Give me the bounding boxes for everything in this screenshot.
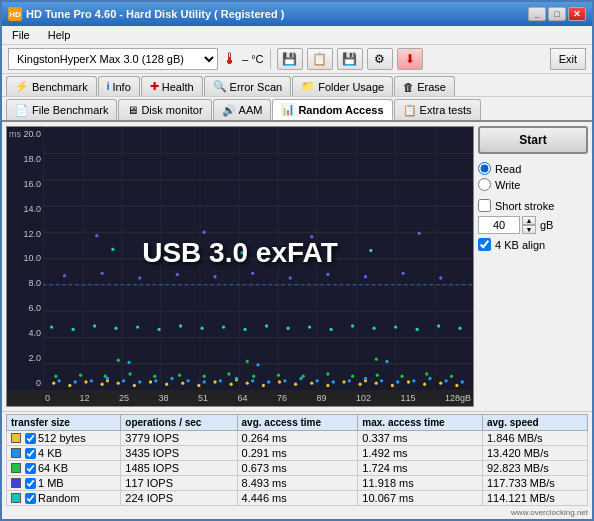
- row-checkbox-4[interactable]: [25, 493, 36, 504]
- toolbar-btn-3[interactable]: 💾: [337, 48, 363, 70]
- short-stroke-text: Short stroke: [495, 200, 554, 212]
- read-label: Read: [495, 163, 521, 175]
- tab-erase[interactable]: 🗑 Erase: [394, 76, 455, 96]
- svg-point-94: [251, 272, 254, 275]
- row-label-4: Random: [11, 492, 116, 504]
- svg-point-118: [351, 324, 354, 327]
- y-label-16: 16.0: [9, 179, 41, 189]
- svg-point-58: [348, 379, 351, 382]
- tab-file-benchmark[interactable]: 📄 File Benchmark: [6, 99, 117, 120]
- tab-health[interactable]: ✚ Health: [141, 76, 203, 96]
- spin-down-button[interactable]: ▼: [522, 225, 536, 234]
- menu-help[interactable]: Help: [44, 28, 75, 42]
- cell-max-1: 1.492 ms: [358, 446, 483, 461]
- col-transfer-size: transfer size: [7, 415, 121, 431]
- svg-point-108: [136, 325, 139, 328]
- tab-benchmark[interactable]: ⚡ Benchmark: [6, 76, 97, 96]
- write-radio[interactable]: [478, 178, 491, 191]
- file-icon: 📄: [15, 104, 29, 117]
- options-group: Short stroke ▲ ▼ gB 4 KB align: [478, 199, 588, 251]
- toolbar-btn-2[interactable]: 📋: [307, 48, 333, 70]
- svg-point-71: [104, 375, 107, 378]
- svg-point-82: [376, 373, 379, 376]
- svg-point-66: [127, 361, 130, 364]
- svg-point-109: [157, 328, 160, 331]
- kb-align-label[interactable]: 4 KB align: [478, 238, 588, 251]
- write-radio-label[interactable]: Write: [478, 178, 588, 191]
- close-button[interactable]: ✕: [568, 7, 586, 21]
- svg-point-96: [326, 273, 329, 276]
- svg-point-28: [326, 384, 329, 387]
- tab-aam[interactable]: 🔊 AAM: [213, 99, 272, 120]
- menu-file[interactable]: File: [8, 28, 34, 42]
- tabs-row-2: 📄 File Benchmark 🖥 Disk monitor 🔊 AAM 📊 …: [2, 97, 592, 120]
- svg-point-36: [455, 384, 458, 387]
- toolbar-btn-1[interactable]: 💾: [277, 48, 303, 70]
- tab-folder-usage[interactable]: 📁 Folder Usage: [292, 76, 393, 96]
- read-radio-label[interactable]: Read: [478, 162, 588, 175]
- menu-bar: File Help: [2, 26, 592, 45]
- row-checkbox-2[interactable]: [25, 463, 36, 474]
- svg-point-53: [267, 380, 270, 383]
- read-radio[interactable]: [478, 162, 491, 175]
- logo-text: www.overclocking.net: [6, 508, 588, 517]
- tab-extra-tests[interactable]: 📋 Extra tests: [394, 99, 481, 120]
- svg-point-113: [243, 328, 246, 331]
- svg-point-69: [54, 375, 57, 378]
- svg-point-62: [412, 379, 415, 382]
- write-label: Write: [495, 179, 520, 191]
- svg-point-114: [265, 324, 268, 327]
- app-icon: HD: [8, 7, 22, 21]
- gb-input[interactable]: [478, 216, 520, 234]
- svg-point-81: [351, 375, 354, 378]
- tab-random-access[interactable]: 📊 Random Access: [272, 99, 392, 120]
- short-stroke-label[interactable]: Short stroke: [478, 199, 588, 212]
- svg-point-21: [213, 380, 216, 383]
- svg-point-11: [52, 381, 55, 384]
- svg-point-121: [415, 328, 418, 331]
- short-stroke-checkbox[interactable]: [478, 199, 491, 212]
- info-tab-icon: i: [107, 81, 110, 92]
- cell-avg-3: 8.493 ms: [237, 476, 358, 491]
- svg-point-63: [428, 377, 431, 380]
- svg-point-117: [329, 328, 332, 331]
- cell-avg-2: 0.673 ms: [237, 461, 358, 476]
- chart-area: ms 20.0 18.0 16.0 14.0 12.0 10.0 8.0 6.0…: [6, 126, 474, 407]
- drive-select[interactable]: KingstonHyperX Max 3.0 (128 gB): [8, 48, 218, 70]
- y-label-18: 18.0: [9, 154, 41, 164]
- tab-error-scan[interactable]: 🔍 Error Scan: [204, 76, 292, 96]
- svg-point-100: [95, 234, 98, 237]
- y-axis: 20.0 18.0 16.0 14.0 12.0 10.0 8.0 6.0 4.…: [7, 127, 43, 390]
- svg-point-122: [437, 324, 440, 327]
- kb-align-checkbox[interactable]: [478, 238, 491, 251]
- row-checkbox-3[interactable]: [25, 478, 36, 489]
- start-button[interactable]: Start: [478, 126, 588, 154]
- x-label-115: 115: [400, 393, 415, 403]
- svg-point-13: [84, 380, 87, 383]
- cell-max-0: 0.337 ms: [358, 431, 483, 446]
- x-axis: 0 12 25 38 51 64 76 89 102 115 128gB: [7, 390, 473, 406]
- row-checkbox-1[interactable]: [25, 448, 36, 459]
- minimize-button[interactable]: _: [528, 7, 546, 21]
- maximize-button[interactable]: □: [548, 7, 566, 21]
- cell-label-0: 512 bytes: [7, 431, 121, 446]
- svg-point-17: [149, 380, 152, 383]
- svg-point-70: [79, 373, 82, 376]
- toolbar-btn-4[interactable]: ⚙: [367, 48, 393, 70]
- x-label-51: 51: [198, 393, 208, 403]
- right-panel: Start Read Write Short stroke: [478, 126, 588, 407]
- svg-point-91: [138, 276, 141, 279]
- extra-icon: 📋: [403, 104, 417, 117]
- tab-disk-monitor[interactable]: 🖥 Disk monitor: [118, 99, 211, 120]
- toolbar-btn-5[interactable]: ⬇: [397, 48, 423, 70]
- table-row: 4 KB 3435 IOPS 0.291 ms 1.492 ms 13.420 …: [7, 446, 588, 461]
- svg-point-106: [93, 324, 96, 327]
- svg-point-110: [179, 324, 182, 327]
- svg-point-68: [385, 360, 388, 363]
- table-row: 64 KB 1485 IOPS 0.673 ms 1.724 ms 92.823…: [7, 461, 588, 476]
- row-checkbox-0[interactable]: [25, 433, 36, 444]
- svg-point-41: [74, 380, 77, 383]
- tab-info[interactable]: i Info: [98, 76, 140, 96]
- spin-up-button[interactable]: ▲: [522, 216, 536, 225]
- exit-button[interactable]: Exit: [550, 48, 586, 70]
